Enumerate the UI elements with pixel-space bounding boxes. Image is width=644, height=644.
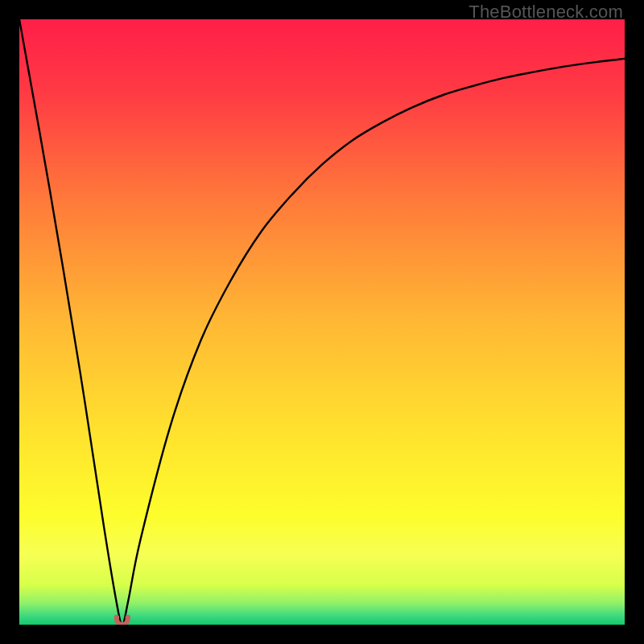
bottleneck-chart bbox=[19, 19, 625, 625]
svg-point-1 bbox=[126, 615, 130, 620]
gradient-background bbox=[19, 19, 625, 625]
svg-point-0 bbox=[114, 615, 119, 620]
chart-frame bbox=[19, 19, 625, 625]
watermark-text: TheBottleneck.com bbox=[469, 2, 623, 23]
